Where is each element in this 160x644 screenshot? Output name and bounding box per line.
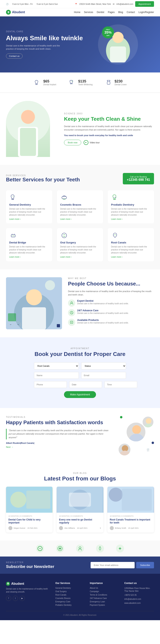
expert-dentist-icon: [68, 300, 75, 307]
author-name-0: Megan Duever: [13, 527, 25, 529]
hero-text-block: DENTAL CARE Always Smile like twinkle De…: [6, 30, 98, 58]
nav-contact[interactable]: Contact: [127, 11, 135, 14]
learn-more-1[interactable]: Learn more ›: [60, 218, 100, 220]
topbar-hours: 9 am to 5 pm Mon - Fri: [12, 3, 33, 5]
author-name-2: Brittany Smith: [115, 527, 126, 529]
learn-more-4[interactable]: Learn more ›: [60, 256, 100, 258]
why-feature-0: Expert Dentist Dental care is the mainte…: [68, 300, 154, 307]
nav-blog[interactable]: Blog: [118, 11, 123, 14]
feature-desc-1: Dental care is the maintenance of health…: [77, 312, 129, 315]
nav-login[interactable]: Login/Register: [139, 11, 154, 14]
test-next-btn[interactable]: Next →: [6, 446, 112, 448]
learn-more-3[interactable]: Learn more ›: [9, 256, 49, 258]
partner-icon-0: [36, 544, 44, 552]
phone-input[interactable]: [34, 381, 67, 388]
appointment-form: Root Canals Status Make Appointment: [34, 362, 126, 398]
footer-link-i2[interactable]: Terms & Conditions: [90, 594, 119, 596]
footer-link-s2[interactable]: Root Canals: [55, 594, 85, 596]
video-label: Video tour: [90, 141, 100, 144]
services-header: OUR SERVICES Better Services for your Te…: [6, 173, 154, 184]
feature-desc-0: Dental care is the maintenance of health…: [77, 302, 129, 305]
newsletter-label: NEWSLETTER: [6, 561, 54, 564]
svg-point-28: [10, 492, 26, 508]
author-avatar-1: [59, 526, 63, 530]
tooth-icon-3: [105, 78, 113, 86]
date-input[interactable]: [69, 381, 102, 388]
why-image-block: ← →: [6, 277, 62, 329]
svg-rect-32: [69, 493, 91, 507]
hero-title: Always Smile like twinkle: [6, 34, 98, 42]
time-input[interactable]: [104, 381, 137, 388]
learn-more-0[interactable]: Learn more ›: [9, 218, 49, 220]
footer-website[interactable]: www.abudent.com: [124, 602, 154, 604]
footer-link-s3[interactable]: Cosmetic Braces: [55, 597, 85, 599]
services-section: OUR SERVICES Better Services for your Te…: [0, 165, 160, 269]
footer-grid: 🦷 Abudent Dental care is the maintenance…: [6, 582, 154, 606]
footer-link-i4[interactable]: Emergency Loan: [90, 600, 119, 603]
call-number: +12345 698 741: [127, 178, 150, 182]
video-tour-btn[interactable]: ▶ Video tour: [84, 140, 100, 145]
why-desc: Dental care is the maintenance of health…: [68, 290, 154, 296]
footer-link-s1[interactable]: Oral Surgery: [55, 590, 85, 592]
blog-like-1[interactable]: ♥: [100, 527, 101, 529]
logo: 🦷 Abudent: [6, 10, 25, 14]
services-title-block: OUR SERVICES Better Services for your Te…: [6, 174, 80, 183]
footer-link-i0[interactable]: About Us: [90, 587, 119, 589]
service-card-2: Prodiatic Dentistry Dental care is the m…: [108, 190, 154, 224]
footer-link-s4[interactable]: Emergency Care: [55, 600, 85, 603]
name-input[interactable]: [34, 372, 79, 379]
learn-more-5[interactable]: Learn more ›: [111, 256, 151, 258]
email-input[interactable]: [81, 372, 126, 379]
service-card-1: Cosmetic Braces Dental care is the maint…: [57, 190, 103, 224]
blog-meta-1: 10 MONTHS | 0 COMMENTS: [59, 515, 101, 517]
book-now-btn[interactable]: Book now: [64, 140, 81, 145]
nav-home[interactable]: Home: [74, 11, 80, 14]
learn-more-2[interactable]: Learn more ›: [111, 218, 151, 220]
blog-card-title-2[interactable]: Root Canals Treatment is important for t…: [110, 518, 152, 524]
footer-link-i1[interactable]: Campaign: [90, 590, 119, 592]
footer-link-s5[interactable]: Pediatric Dentistry: [55, 604, 85, 606]
footer-link-i3[interactable]: 24/7 Advance Care: [90, 597, 119, 599]
nav-services[interactable]: Services: [84, 11, 93, 14]
blog-card-title-0[interactable]: Dental Care for Child is very important: [8, 518, 50, 524]
why-title: People Choose Us because...: [68, 281, 154, 287]
partner-1: [54, 544, 66, 552]
next-arrow[interactable]: →: [15, 322, 21, 327]
footer-email[interactable]: info@abudent.com: [124, 598, 154, 600]
blog-meta-2: 10 MONTHS | 0 COMMENTS: [110, 515, 152, 517]
youtube-icon[interactable]: ▶: [20, 596, 25, 601]
appointment-top-btn[interactable]: Appointment: [135, 1, 154, 7]
why-features: Expert Dentist Dental care is the mainte…: [68, 300, 154, 326]
newsletter-input[interactable]: [91, 562, 135, 568]
services-label: OUR SERVICES: [6, 174, 80, 176]
twitter-icon[interactable]: t: [13, 596, 18, 601]
footer-link-s0[interactable]: General Dentistry: [55, 587, 85, 589]
avatar-main: [126, 422, 146, 442]
service-select[interactable]: Root Canals: [34, 362, 79, 370]
nav-dentist[interactable]: Dentist: [97, 11, 104, 14]
appointment-title: Book your Dentist for Proper Care: [6, 351, 154, 358]
email-icon: ✉: [113, 3, 114, 5]
service-icon-4: [60, 232, 68, 240]
facebook-icon[interactable]: f: [6, 596, 11, 601]
footer: 🦷 Abudent Dental care is the maintenance…: [0, 574, 160, 620]
footer-services-heading: Our Services: [55, 582, 85, 584]
blog-image-0: [6, 487, 53, 513]
prev-arrow[interactable]: ←: [8, 322, 13, 327]
blog-author-2: Brittany Smith 15 April 2021: [110, 526, 152, 530]
badge-percent: 35%: [104, 30, 112, 35]
blog-card-title-1[interactable]: Every one need to go Dentist regularly: [59, 518, 101, 524]
why-content-block: WHY WE BEST People Choose Us because... …: [68, 277, 154, 329]
service-desc-4: Dental care is the maintenance teeth the…: [60, 245, 100, 254]
form-row-2: [34, 372, 126, 379]
newsletter-btn[interactable]: Subscribe: [136, 562, 154, 568]
hero-contact-btn[interactable]: Contact us: [6, 54, 23, 59]
doctor-img: [6, 101, 50, 157]
footer-phone[interactable]: +9876 523 35: [124, 594, 154, 596]
keep-teeth-content: SCIENCE 2003 Keep your Teeth Clean & Shi…: [64, 112, 154, 145]
nav-pages[interactable]: Pages: [108, 11, 115, 14]
footer-link-i5[interactable]: Payment System: [90, 604, 119, 606]
make-appointment-btn[interactable]: Make Appointment: [64, 391, 96, 398]
service-icon-2: [111, 194, 119, 202]
status-select[interactable]: Status: [81, 362, 126, 370]
